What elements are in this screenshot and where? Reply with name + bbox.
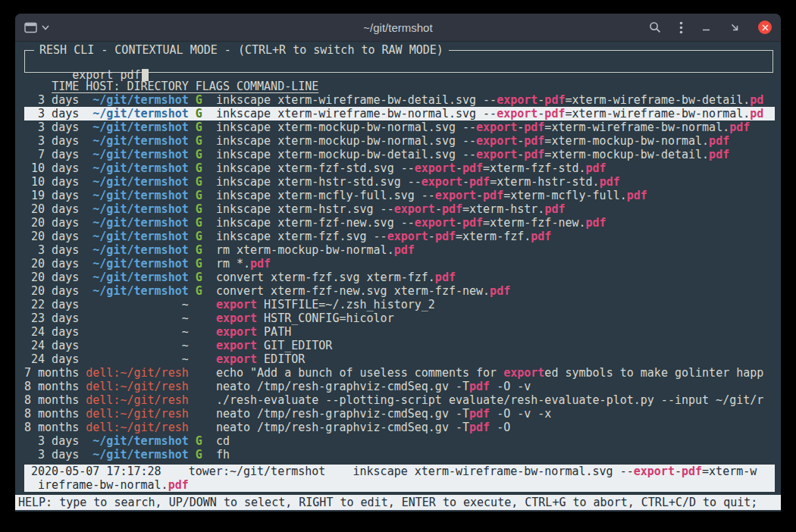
flags-cell: G <box>196 120 202 134</box>
history-row: 3 days ~/git/termshot G inkscape xterm-m… <box>24 120 775 134</box>
detail-line: 2020-05-07 17:17:28 tower:~/git/termshot… <box>24 465 775 478</box>
history-row: 8 months dell:~/git/resh neato /tmp/resh… <box>24 421 775 434</box>
search-match: export <box>216 298 257 311</box>
time-cell: 3 days <box>24 134 79 148</box>
menu-button[interactable] <box>679 21 683 34</box>
chevron-down-icon <box>42 25 49 30</box>
command-cell: inkscape xterm-fzf.svg --export-pdf=xter… <box>216 230 552 243</box>
search-button[interactable] <box>649 21 661 33</box>
flags-cell: G <box>196 284 202 298</box>
search-match: export <box>503 366 544 380</box>
time-cell: 3 days <box>24 120 79 134</box>
flags-cell <box>196 325 202 339</box>
search-match: export <box>476 134 517 148</box>
time-cell: 20 days <box>24 271 79 284</box>
flags-cell: G <box>196 107 202 120</box>
window-title: ~/git/termshot <box>199 21 597 34</box>
host-directory-cell: ~ <box>86 325 188 339</box>
host-directory-cell: dell:~/git/resh <box>86 421 188 434</box>
command-cell: inkscape xterm-wireframe-bw-normal.svg -… <box>216 107 763 120</box>
history-list: 3 days ~/git/termshot G inkscape xterm-w… <box>24 93 775 462</box>
minimize-icon <box>701 23 711 33</box>
search-match: export <box>476 148 517 161</box>
search-match: pdf <box>544 202 565 216</box>
host-directory-cell: ~ <box>86 339 188 352</box>
history-row: 3 days ~/git/termshot G rm xterm-mockup-… <box>24 243 775 257</box>
flags-cell: G <box>196 448 202 462</box>
search-match: pdf <box>462 216 483 230</box>
history-row: 8 months dell:~/git/resh neato /tmp/resh… <box>24 407 775 421</box>
history-row: 7 days ~/git/termshot G inkscape xterm-m… <box>24 148 775 161</box>
flags-cell: G <box>196 189 202 202</box>
terminal-icon <box>24 22 37 33</box>
history-row: 23 days ~ export HSTR_CONFIG=hicolor <box>24 311 775 325</box>
host-directory-cell: ~/git/termshot <box>86 107 188 120</box>
flags-cell <box>196 407 202 421</box>
search-match: export <box>415 161 456 175</box>
command-cell: neato /tmp/resh-graphviz-cmdSeq.gv -Tpdf… <box>216 380 531 393</box>
text-cursor <box>142 69 149 81</box>
time-cell: 10 days <box>24 175 79 189</box>
flags-cell: G <box>196 93 202 107</box>
search-match: pdf <box>524 148 544 161</box>
search-match: pd <box>750 107 763 120</box>
time-cell: 20 days <box>24 230 79 243</box>
restore-icon <box>729 22 740 33</box>
kebab-menu-icon <box>679 21 683 34</box>
command-cell: convert xterm-fzf-new.svg xterm-fzf-new.… <box>216 284 510 298</box>
search-match: export <box>497 107 537 120</box>
host-directory-cell: ~ <box>86 298 188 311</box>
minimize-button[interactable] <box>701 23 711 33</box>
flags-cell: G <box>196 434 202 448</box>
command-cell: inkscape xterm-hstr-std.svg --export-pdf… <box>216 175 620 189</box>
history-row: 24 days ~ export PATH <box>24 325 775 339</box>
time-cell: 23 days <box>24 311 79 325</box>
search-match: pdf <box>490 284 510 298</box>
history-row: 20 days ~/git/termshot G inkscape xterm-… <box>24 230 775 243</box>
search-match: export <box>216 352 257 366</box>
command-cell: inkscape xterm-fzf-new.svg --export-pdf=… <box>216 216 606 230</box>
search-match: pdf <box>524 120 544 134</box>
search-match: pdf <box>435 230 456 243</box>
search-match: pdf <box>483 189 503 202</box>
host-directory-cell: ~/git/termshot <box>86 284 188 298</box>
history-row: 20 days ~/git/termshot G inkscape xterm-… <box>24 202 775 216</box>
flags-cell: G <box>196 175 202 189</box>
search-match: pd <box>750 93 763 107</box>
titlebar-left <box>24 22 199 33</box>
restore-button[interactable] <box>729 22 740 33</box>
time-cell: 8 months <box>24 421 79 434</box>
command-cell: export PATH <box>216 325 291 339</box>
close-button[interactable] <box>758 20 772 34</box>
search-match: pdf <box>600 175 620 189</box>
time-cell: 8 months <box>24 380 79 393</box>
terminal-window: ~/git/termshot <box>15 14 781 512</box>
time-cell: 7 months <box>24 366 79 380</box>
time-cell: 7 days <box>24 148 79 161</box>
flags-cell: G <box>196 134 202 148</box>
time-cell: 3 days <box>24 243 79 257</box>
command-cell: export EDITOR <box>216 352 305 366</box>
time-cell: 10 days <box>24 161 79 175</box>
flags-cell: G <box>196 161 202 175</box>
flags-cell <box>196 366 202 380</box>
new-terminal-dropdown-button[interactable] <box>24 22 49 33</box>
time-cell: 24 days <box>24 339 79 352</box>
close-icon <box>758 20 772 34</box>
help-bar: HELP: type to search, UP/DOWN to select,… <box>15 495 781 510</box>
flags-cell: G <box>196 257 202 271</box>
history-row: 3 days ~/git/termshot G inkscape xterm-w… <box>24 93 775 107</box>
search-match: pdf <box>168 478 189 492</box>
search-input[interactable]: RESH CLI - CONTEXTUAL MODE - (CTRL+R to … <box>24 50 773 73</box>
search-match: pdf <box>469 407 490 421</box>
search-match: pdf <box>544 107 565 120</box>
host-directory-cell: ~/git/termshot <box>86 202 188 216</box>
terminal-screen[interactable]: RESH CLI - CONTEXTUAL MODE - (CTRL+R to … <box>15 42 781 512</box>
command-cell: inkscape xterm-fzf-std.svg --export-pdf=… <box>216 161 606 175</box>
search-match: pdf <box>442 202 462 216</box>
search-match: pdf <box>469 380 490 393</box>
host-directory-cell: ~/git/termshot <box>86 189 188 202</box>
search-match: export <box>634 465 675 478</box>
host-directory-cell: ~/git/termshot <box>86 434 188 448</box>
time-cell: 8 months <box>24 407 79 421</box>
